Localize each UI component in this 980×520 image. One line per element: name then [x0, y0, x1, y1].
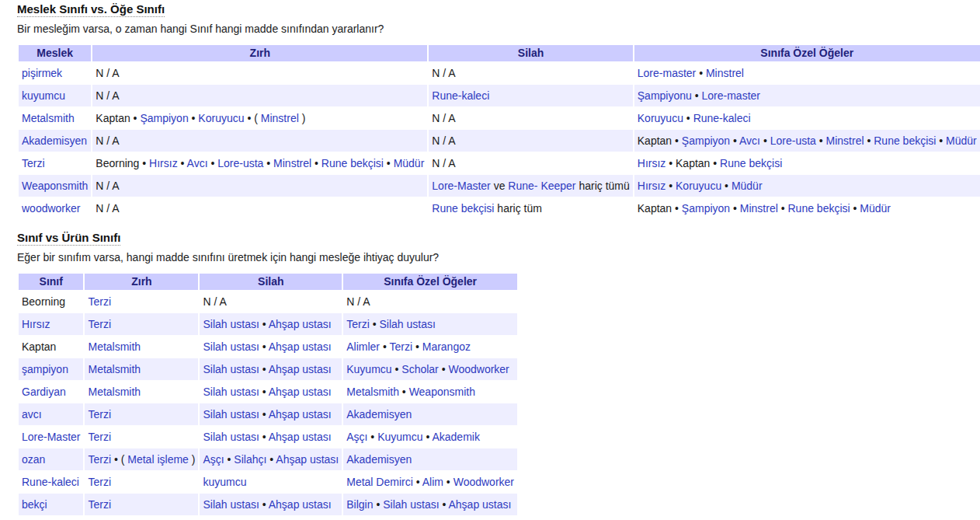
wiki-link[interactable]: Kuyumcu [377, 431, 422, 443]
wiki-link[interactable]: kuyumcu [22, 89, 65, 102]
wiki-link[interactable]: Metalsmith [346, 386, 399, 398]
profession-item-table: MeslekZırhSilahSınıfa Özel Öğelerpişirme… [17, 44, 980, 220]
wiki-link[interactable]: Alim [422, 476, 443, 488]
wiki-link[interactable]: Silah ustası [203, 498, 259, 511]
wiki-link[interactable]: Woodworker [448, 363, 509, 375]
wiki-link[interactable]: Akademisyen [346, 453, 412, 466]
wiki-link[interactable]: Metalsmith [88, 363, 141, 375]
wiki-link[interactable]: Lore-usta [770, 134, 816, 147]
wiki-link[interactable]: Rune- Keeper [508, 180, 575, 192]
wiki-link[interactable]: Rune-kaleci [693, 112, 751, 124]
wiki-link[interactable]: Müdür [394, 157, 425, 169]
wiki-link[interactable]: Metalsmith [22, 112, 75, 124]
wiki-link[interactable]: Terzi [88, 453, 111, 466]
wiki-link[interactable]: Silah ustası [203, 408, 259, 421]
wiki-link[interactable]: Alimler [346, 340, 380, 353]
wiki-link[interactable]: Silah ustası [203, 363, 259, 375]
wiki-link[interactable]: Şampiyon [682, 202, 730, 215]
wiki-link[interactable]: Şampiyon [140, 112, 188, 124]
wiki-link[interactable]: Lore-Master [432, 180, 490, 192]
wiki-link[interactable]: Metal Demirci [346, 476, 413, 488]
wiki-link[interactable]: Ahşap ustası [276, 453, 339, 466]
wiki-link[interactable]: Ahşap ustası [448, 498, 511, 511]
wiki-link[interactable]: Rune bekçisi [788, 202, 850, 215]
wiki-link[interactable]: Minstrel [706, 67, 744, 79]
wiki-link[interactable]: woodworker [22, 202, 80, 215]
wiki-link[interactable]: Minstrel [261, 112, 299, 124]
wiki-link[interactable]: Terzi [346, 318, 370, 330]
wiki-link[interactable]: Terzi [22, 157, 45, 169]
wiki-link[interactable]: Silah ustası [203, 318, 259, 330]
wiki-link[interactable]: Terzi [389, 340, 412, 353]
wiki-link[interactable]: Kuyumcu [346, 363, 391, 375]
wiki-link[interactable]: Weaponsmith [409, 386, 475, 398]
wiki-link[interactable]: Minstrel [826, 134, 864, 147]
wiki-link[interactable]: Rune-kaleci [22, 476, 79, 488]
wiki-link[interactable]: Lore-Master [22, 431, 80, 443]
wiki-link[interactable]: Hırsız [22, 318, 50, 330]
wiki-link[interactable]: Ahşap ustası [269, 363, 332, 375]
wiki-link[interactable]: Avcı [739, 134, 760, 147]
wiki-link[interactable]: Şampiyon [682, 134, 730, 147]
wiki-link[interactable]: ozan [22, 453, 45, 466]
wiki-link[interactable]: Ahşap ustası [269, 340, 332, 353]
wiki-link[interactable]: Ahşap ustası [269, 408, 332, 421]
wiki-link[interactable]: Hırsız [638, 157, 666, 169]
wiki-link[interactable]: Şampiyonu [638, 89, 692, 102]
wiki-link[interactable]: Woodworker [454, 476, 514, 488]
wiki-link[interactable]: kuyumcu [203, 476, 246, 488]
wiki-link[interactable]: Koruyucu [638, 112, 683, 124]
wiki-link[interactable]: şampiyon [22, 363, 68, 375]
wiki-link[interactable]: Ahşap ustası [269, 431, 332, 443]
wiki-link[interactable]: avcı [22, 408, 42, 421]
wiki-link[interactable]: Silah ustası [383, 498, 439, 511]
wiki-link[interactable]: Koruyucu [676, 180, 721, 192]
wiki-link[interactable]: Metalsmith [88, 340, 141, 353]
wiki-link[interactable]: Hırsız [638, 180, 666, 192]
wiki-link[interactable]: Rune bekçisi [874, 134, 936, 147]
wiki-link[interactable]: bekçi [22, 498, 47, 511]
wiki-link[interactable]: Aşçı [346, 431, 367, 443]
wiki-link[interactable]: Müdür [946, 134, 977, 147]
wiki-link[interactable]: Weaponsmith [22, 180, 88, 192]
wiki-link[interactable]: Silah ustası [203, 386, 259, 398]
wiki-link[interactable]: Gardiyan [22, 386, 66, 398]
wiki-link[interactable]: Müdür [732, 180, 763, 192]
wiki-link[interactable]: Metal işleme [127, 453, 189, 466]
wiki-link[interactable]: Ahşap ustası [269, 318, 332, 330]
wiki-link[interactable]: Akademik [432, 431, 479, 443]
wiki-link[interactable]: Marangoz [422, 340, 471, 353]
wiki-link[interactable]: Silah ustası [203, 431, 259, 443]
wiki-link[interactable]: Terzi [88, 318, 111, 330]
wiki-link[interactable]: Akademisyen [22, 134, 87, 147]
wiki-link[interactable]: Minstrel [273, 157, 311, 169]
wiki-link[interactable]: Terzi [88, 498, 111, 511]
wiki-link[interactable]: Lore-usta [217, 157, 263, 169]
wiki-link[interactable]: Rune bekçisi [432, 202, 494, 215]
wiki-link[interactable]: Terzi [88, 431, 111, 443]
wiki-link[interactable]: Akademisyen [346, 408, 412, 421]
wiki-link[interactable]: Lore-master [638, 67, 696, 79]
wiki-link[interactable]: Terzi [88, 295, 111, 308]
wiki-link[interactable]: Müdür [860, 202, 891, 215]
wiki-link[interactable]: Bilgin [346, 498, 373, 511]
wiki-link[interactable]: Koruyucu [198, 112, 244, 124]
wiki-link[interactable]: Scholar [401, 363, 438, 375]
wiki-link[interactable]: Rune bekçisi [720, 157, 782, 169]
wiki-link[interactable]: Lore-master [702, 89, 760, 102]
wiki-link[interactable]: Silah ustası [203, 340, 259, 353]
wiki-link[interactable]: Silah ustası [380, 318, 436, 330]
wiki-link[interactable]: Metalsmith [88, 386, 141, 398]
wiki-link[interactable]: Terzi [88, 408, 111, 421]
wiki-link[interactable]: Rune bekçisi [321, 157, 384, 169]
wiki-link[interactable]: Ahşap ustası [269, 386, 332, 398]
wiki-link[interactable]: Minstrel [740, 202, 778, 215]
wiki-link[interactable]: Silahçı [234, 453, 266, 466]
wiki-link[interactable]: Aşçı [203, 453, 224, 466]
wiki-link[interactable]: Terzi [88, 476, 111, 488]
wiki-link[interactable]: Ahşap ustası [269, 498, 332, 511]
wiki-link[interactable]: pişirmek [22, 67, 62, 79]
wiki-link[interactable]: Hırsız [149, 157, 178, 169]
wiki-link[interactable]: Avcı [187, 157, 208, 169]
wiki-link[interactable]: Rune-kaleci [432, 89, 489, 102]
